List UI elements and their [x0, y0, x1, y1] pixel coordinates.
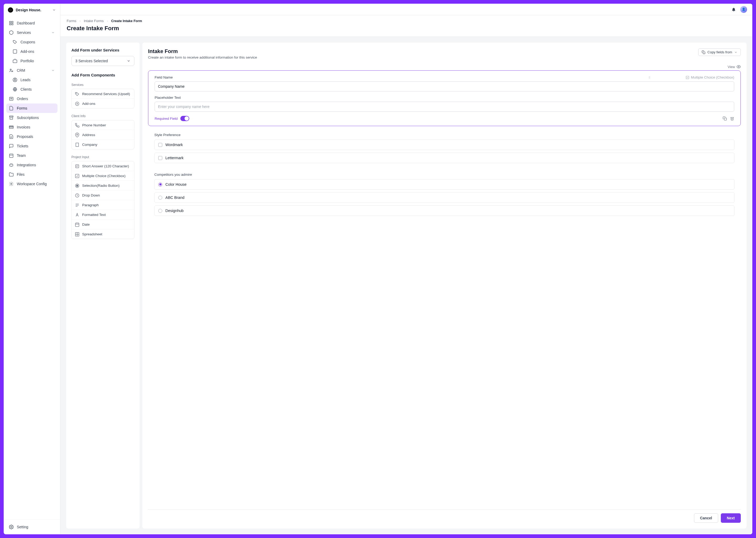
sidebar-item-portfolio[interactable]: Portfolio	[6, 56, 58, 66]
radio-option[interactable]: Color House	[154, 179, 734, 190]
component-item[interactable]: Formatted Text	[72, 210, 134, 219]
radio-option[interactable]: Designhub	[154, 205, 734, 216]
placeholder-label: Placeholder Text	[155, 96, 734, 100]
svg-point-6	[12, 71, 13, 72]
component-item[interactable]: Multiple Choice (Checkbox)	[72, 171, 134, 181]
building-icon	[75, 142, 79, 146]
user-avatar[interactable]: 👤	[740, 6, 747, 13]
sidebar-item-label: CRM	[17, 68, 25, 73]
sidebar-item-crm[interactable]: CRM	[6, 66, 58, 75]
svg-rect-33	[75, 165, 79, 168]
sidebar-item-forms[interactable]: Forms	[6, 103, 58, 113]
sidebar-item-dashboard[interactable]: Dashboard	[6, 19, 58, 28]
competitors-label: Competitors you admire	[154, 173, 734, 177]
format-icon	[75, 213, 79, 217]
view-label: View	[728, 65, 735, 69]
sidebar-item-label: Integrations	[17, 163, 36, 167]
checkbox-option[interactable]: Lettermark	[154, 153, 734, 163]
calendar-icon	[9, 153, 14, 158]
radio-option[interactable]: ABC Brand	[154, 192, 734, 203]
file-icon	[9, 106, 14, 111]
svg-rect-18	[10, 154, 13, 158]
trash-icon[interactable]	[730, 116, 734, 121]
svg-rect-59	[724, 118, 727, 120]
svg-rect-15	[10, 127, 13, 127]
component-item[interactable]: Recommend Services (Upsell)	[72, 89, 134, 98]
radio-icon	[158, 196, 162, 200]
placeholder-input[interactable]	[155, 102, 734, 112]
box-icon	[9, 30, 14, 35]
sidebar-item-invoices[interactable]: Invoices	[6, 123, 58, 132]
component-item[interactable]: Phone Number	[72, 120, 134, 130]
tag-icon	[13, 40, 17, 44]
sidebar-item-add-ons[interactable]: Add-ons	[6, 47, 58, 56]
component-item[interactable]: Short Answer (120 Character)	[72, 161, 134, 171]
sidebar-item-label: Leads	[21, 78, 30, 82]
plug-icon	[9, 163, 14, 167]
globe-icon	[13, 87, 17, 92]
sidebar-item-clients[interactable]: Clients	[6, 84, 58, 94]
style-preference-label: Style Preference	[154, 133, 734, 137]
component-item[interactable]: Paragraph	[72, 200, 134, 210]
sidebar-item-proposals[interactable]: Proposals	[6, 132, 58, 141]
svg-rect-36	[75, 174, 79, 178]
eye-icon	[736, 65, 741, 69]
workspace-logo	[8, 7, 13, 13]
field-type-label: Multiple Choice (Checkbox)	[691, 76, 734, 79]
titlebar: Forms › Intake Forms › Create Intake For…	[60, 15, 752, 37]
duplicate-icon[interactable]	[723, 116, 727, 121]
field-card: Field Name Multiple Choice (Checkbox) Pl…	[148, 71, 741, 126]
svg-point-38	[76, 185, 78, 187]
sidebar-item-subscriptions[interactable]: Subscriptions	[6, 113, 58, 123]
sidebar-item-workspace-config[interactable]: Workspace Config	[6, 179, 58, 188]
cancel-button[interactable]: Cancel	[694, 513, 718, 523]
copy-fields-button[interactable]: Copy fields from	[698, 48, 741, 56]
services-select[interactable]: 3 Services Selected	[71, 56, 134, 66]
sidebar-item-integrations[interactable]: Integrations	[6, 160, 58, 170]
sidebar-item-label: Dashboard	[17, 21, 35, 25]
svg-point-23	[76, 93, 77, 93]
component-item[interactable]: Address	[72, 130, 134, 139]
radio-icon	[158, 209, 162, 213]
crumb-1[interactable]: Intake Forms	[84, 19, 104, 23]
view-toggle[interactable]: View	[148, 65, 741, 69]
svg-rect-0	[10, 21, 11, 23]
sidebar-item-setting[interactable]: Setting	[6, 522, 58, 532]
component-item[interactable]: Drop Down	[72, 190, 134, 200]
sidebar-item-label: Add-ons	[21, 49, 34, 54]
component-item[interactable]: Spreadsheet	[72, 229, 134, 239]
sidebar-item-services[interactable]: Services	[6, 28, 58, 37]
sidebar-item-files[interactable]: Files	[6, 170, 58, 179]
paragraph-icon	[75, 203, 79, 207]
svg-rect-50	[703, 52, 705, 54]
sidebar-item-tickets[interactable]: Tickets	[6, 141, 58, 151]
copy-icon	[702, 50, 705, 54]
topbar: 👤	[60, 4, 752, 15]
sidebar-item-orders[interactable]: Orders	[6, 94, 58, 103]
sidebar-item-leads[interactable]: Leads	[6, 75, 58, 84]
next-button[interactable]: Next	[721, 513, 741, 523]
workspace-switcher[interactable]: Design House.	[4, 4, 60, 16]
component-item[interactable]: Date	[72, 219, 134, 229]
sidebar-item-label: Subscriptions	[17, 116, 39, 120]
component-item-label: Selection(Radio Button)	[82, 184, 120, 188]
checkbox-option[interactable]: Wordmark	[154, 139, 734, 150]
component-item[interactable]: Selection(Radio Button)	[72, 181, 134, 190]
sidebar-item-coupons[interactable]: Coupons	[6, 37, 58, 47]
services-select-value: 3 Services Selected	[75, 59, 108, 63]
field-name-input[interactable]	[155, 81, 734, 91]
document-icon	[9, 134, 14, 139]
required-toggle[interactable]	[180, 116, 189, 121]
sidebar-item-label: Clients	[21, 87, 32, 91]
sidebar-item-team[interactable]: Team	[6, 151, 58, 160]
bell-icon[interactable]	[731, 7, 736, 12]
svg-point-57	[650, 78, 650, 79]
svg-point-56	[649, 78, 649, 79]
sidebar-nav: DashboardServicesCouponsAdd-onsPortfolio…	[4, 16, 60, 519]
component-item[interactable]: Company	[72, 139, 134, 149]
component-item[interactable]: Add-ons	[72, 98, 134, 108]
copy-fields-label: Copy fields from	[707, 50, 732, 54]
drag-handle-icon[interactable]	[648, 76, 651, 79]
crumb-0[interactable]: Forms	[67, 19, 76, 23]
crumb-2: Create Intake Form	[111, 19, 142, 23]
